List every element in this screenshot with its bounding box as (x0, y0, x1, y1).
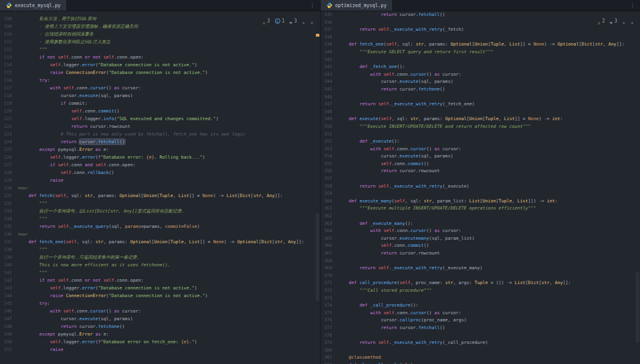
line-number[interactable]: 375 (321, 310, 338, 317)
line-number[interactable]: 131 (0, 192, 18, 199)
line-number[interactable]: 109 (0, 22, 18, 30)
code-line[interactable]: 382 def close_all_pools(cls): (321, 362, 640, 364)
code-line[interactable]: 376 cursor.callproc(proc_name, args) (321, 317, 640, 324)
line-number[interactable]: 370 (321, 272, 338, 280)
code-line[interactable]: 143 self.logger.error("Database connecti… (0, 284, 320, 292)
code-line[interactable]: 360 def execute_many(self, sql: str, par… (321, 198, 640, 205)
code-line[interactable]: 141 """ (0, 269, 320, 276)
code-line[interactable]: 129 raise (0, 176, 320, 184)
line-number[interactable]: 374 (321, 302, 338, 310)
line-number[interactable]: 122 (0, 123, 18, 130)
line-number[interactable]: 365 (321, 235, 338, 243)
line-number[interactable]: 368 (321, 257, 338, 265)
line-number[interactable]: 344 (321, 78, 338, 86)
line-number[interactable]: 372 (321, 287, 338, 295)
line-number[interactable]: 146 (0, 307, 18, 315)
code-line[interactable]: 149 except pymysql.Error as e: (0, 330, 320, 338)
code-line[interactable]: 140 This is now more efficient as it use… (0, 261, 320, 269)
scrollbar-thumb[interactable] (636, 272, 639, 343)
line-number[interactable]: 369 (321, 265, 338, 272)
code-line[interactable]: 351 (321, 131, 640, 138)
code-line[interactable]: 151 raise (0, 346, 320, 353)
line-number[interactable]: 142 (0, 276, 18, 284)
tab-execute-mysql-py[interactable]: execute_mysql.py (0, 0, 67, 11)
line-number[interactable]: 336 (321, 19, 338, 27)
line-number[interactable]: 355 (321, 160, 338, 168)
line-number[interactable]: 356 (321, 167, 338, 175)
code-line[interactable]: 127 if self.conn and self.conn.open: (0, 161, 320, 169)
line-number[interactable]: 148 (0, 323, 18, 330)
line-number[interactable]: 125 (0, 146, 18, 153)
code-line[interactable]: 145 try: (0, 299, 320, 307)
code-line[interactable]: 119 if commit: (0, 99, 320, 107)
line-number[interactable]: 338 (321, 34, 338, 41)
line-number[interactable]: 130 (0, 184, 18, 192)
code-line[interactable]: 110 - 出现错误时自动回滚事务 (0, 30, 320, 38)
more-vertical-icon[interactable]: ⋮ (308, 0, 317, 11)
line-number[interactable]: 135 (0, 223, 18, 230)
line-number[interactable]: 341 (321, 56, 338, 64)
line-number[interactable]: 340 (321, 49, 338, 56)
line-number[interactable]: 133 (0, 207, 18, 215)
scrollbar-thumb[interactable] (316, 212, 319, 301)
line-number[interactable]: 382 (321, 362, 338, 364)
line-number[interactable]: 141 (0, 269, 18, 276)
line-number[interactable]: 335 (321, 11, 338, 19)
hint-indicator[interactable]: 3 (289, 15, 297, 27)
code-line[interactable]: 357 (321, 175, 640, 183)
code-line[interactable]: 342 def _fetch_one(): (321, 63, 640, 71)
code-line[interactable]: 350 """Execute INSERT/UPDATE/DELETE and … (321, 123, 640, 131)
code-line[interactable]: 339 def fetch_one(self, sql: str, params… (321, 41, 640, 49)
code-line[interactable]: 135 return self._execute_query(sql, para… (0, 223, 320, 230)
code-line[interactable]: 371 def call_procedure(self, proc_name: … (321, 279, 640, 287)
code-line[interactable]: 147 cursor.execute(sql, params) (0, 315, 320, 323)
line-number[interactable]: 349 (321, 115, 338, 123)
code-line[interactable]: 365 cursor.executemany(sql, param_list) (321, 235, 640, 243)
code-line[interactable]: 338 (321, 34, 640, 41)
line-number[interactable]: 380 (321, 347, 338, 355)
line-number[interactable]: 132 (0, 199, 18, 207)
line-number[interactable]: 137 (0, 238, 18, 246)
code-line[interactable]: 124 return cursor.fetchall() (0, 138, 320, 146)
code-line[interactable]: 373 (321, 295, 640, 302)
line-number[interactable]: 352 (321, 138, 338, 146)
code-line[interactable]: 116 try: (0, 76, 320, 84)
line-number[interactable]: 353 (321, 146, 338, 153)
line-number[interactable]: 111 (0, 38, 18, 46)
code-line[interactable]: 115 raise ConnectionError("Database conn… (0, 69, 320, 76)
code-line[interactable]: 120 self.conn.commit() (0, 107, 320, 115)
line-number[interactable]: 342 (321, 63, 338, 71)
line-number[interactable]: 351 (321, 131, 338, 138)
line-number[interactable]: 361 (321, 205, 338, 212)
code-line[interactable]: 370 (321, 272, 640, 280)
line-number[interactable]: 149 (0, 330, 18, 338)
line-number[interactable]: 126 (0, 153, 18, 161)
code-line[interactable]: 134 """ (0, 215, 320, 223)
code-line[interactable]: 346 (321, 94, 640, 101)
line-number[interactable]: 108 (0, 15, 18, 22)
line-number[interactable]: 123 (0, 130, 18, 138)
chevron-up-icon[interactable] (302, 15, 305, 27)
line-number[interactable]: 371 (321, 279, 338, 287)
info-indicator[interactable]: 1 (275, 18, 285, 24)
code-line[interactable]: 112 """ (0, 46, 320, 53)
code-line[interactable]: 379 return self._execute_with_retry(_cal… (321, 339, 640, 347)
line-number[interactable]: 151 (0, 346, 18, 353)
line-number[interactable]: 116 (0, 76, 18, 84)
code-line[interactable]: 335 return cursor.fetchall() (321, 11, 640, 19)
line-number[interactable]: 376 (321, 317, 338, 324)
chevron-down-icon[interactable] (310, 15, 313, 27)
code-line[interactable]: 138 """ (0, 246, 320, 253)
line-number[interactable]: 144 (0, 292, 18, 299)
code-line[interactable]: 341 (321, 56, 640, 64)
line-number[interactable]: 117 (0, 84, 18, 92)
warning-indicator[interactable]: 3 (263, 15, 270, 27)
code-line[interactable]: 363 def _execute_many(): (321, 220, 640, 228)
line-number[interactable]: 140 (0, 261, 18, 269)
code-line[interactable]: 146 with self.conn.cursor() as cursor: (0, 307, 320, 315)
code-line[interactable]: 343 with self.conn.cursor() as cursor: (321, 71, 640, 79)
code-line[interactable]: 347 return self._execute_with_retry(_fet… (321, 101, 640, 108)
code-line[interactable]: 377 return cursor.fetchall() (321, 324, 640, 332)
line-number[interactable]: 362 (321, 212, 338, 220)
code-line[interactable]: 344 cursor.execute(sql, params) (321, 78, 640, 86)
